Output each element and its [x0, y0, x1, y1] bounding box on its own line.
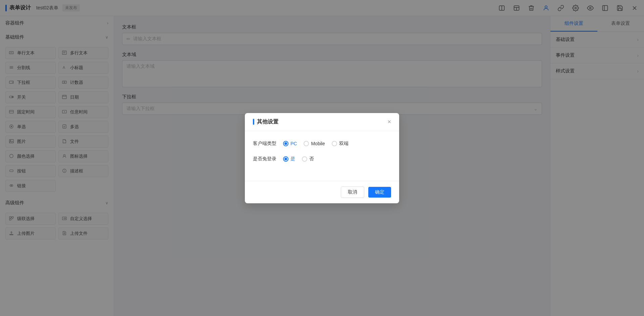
radio-both[interactable]: 双端	[332, 141, 348, 147]
radio-circle-mobile	[304, 141, 309, 146]
modal-header: 其他设置 ×	[245, 113, 399, 131]
radio-label-mobile: Mobile	[311, 141, 325, 146]
radio-circle-yes	[283, 156, 288, 162]
modal-title-bar	[253, 119, 254, 125]
radio-label-yes: 是	[290, 156, 295, 162]
free-login-options: 是否	[283, 156, 314, 162]
modal-title-group: 其他设置	[253, 118, 278, 125]
client-type-options: PCMobile双端	[283, 141, 348, 147]
modal-footer: 取消 确定	[245, 181, 399, 203]
client-type-label: 客户端类型	[253, 141, 283, 147]
radio-yes[interactable]: 是	[283, 156, 295, 162]
modal-title: 其他设置	[257, 118, 278, 125]
radio-circle-pc	[283, 141, 288, 146]
modal-overlay: 其他设置 × 客户端类型 PCMobile双端 是否免登录 是否 取消 确定	[0, 0, 644, 316]
other-settings-modal: 其他设置 × 客户端类型 PCMobile双端 是否免登录 是否 取消 确定	[245, 113, 399, 203]
radio-circle-both	[332, 141, 337, 146]
radio-pc[interactable]: PC	[283, 141, 297, 146]
cancel-button[interactable]: 取消	[341, 187, 364, 198]
radio-label-pc: PC	[290, 141, 297, 146]
radio-label-both: 双端	[339, 141, 348, 147]
modal-close-button[interactable]: ×	[387, 119, 391, 125]
free-login-row: 是否免登录 是否	[253, 156, 391, 162]
radio-label-no: 否	[309, 156, 314, 162]
client-type-row: 客户端类型 PCMobile双端	[253, 141, 391, 147]
confirm-button[interactable]: 确定	[368, 187, 391, 198]
free-login-label: 是否免登录	[253, 156, 283, 162]
modal-body: 客户端类型 PCMobile双端 是否免登录 是否	[245, 131, 399, 181]
radio-no[interactable]: 否	[302, 156, 314, 162]
radio-mobile[interactable]: Mobile	[304, 141, 325, 146]
radio-circle-no	[302, 156, 307, 162]
